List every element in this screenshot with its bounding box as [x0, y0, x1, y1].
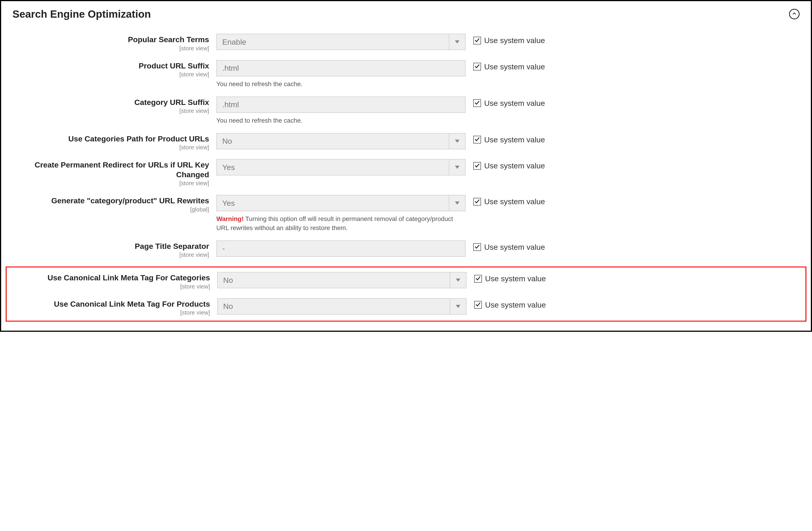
checkbox-label: Use system value	[484, 197, 545, 206]
field-checkbox-col: Use system value	[466, 133, 545, 144]
select-value: Enable	[217, 34, 449, 49]
field-control-col: No	[217, 272, 466, 288]
select-value: Yes	[217, 195, 449, 211]
product-url-suffix-input[interactable]: .html	[216, 60, 466, 76]
use-system-value-checkbox[interactable]	[473, 198, 481, 205]
category-url-suffix-input[interactable]: .html	[216, 97, 466, 113]
field-control-col: Yes	[216, 159, 466, 175]
field-checkbox-col: Use system value	[466, 298, 546, 310]
field-label: Use Categories Path for Product URLs	[68, 134, 209, 143]
field-label: Product URL Suffix	[139, 61, 209, 70]
chevron-down-icon	[449, 34, 465, 49]
field-scope: [store view]	[15, 180, 209, 187]
popular-search-terms-select[interactable]: Enable	[216, 34, 466, 50]
check-icon	[475, 38, 480, 44]
collapse-toggle[interactable]	[789, 9, 799, 19]
svg-marker-4	[456, 278, 460, 282]
field-control-col: -	[216, 241, 466, 257]
check-icon	[475, 63, 480, 70]
use-system-value-checkbox[interactable]	[473, 162, 481, 170]
warning-label: Warning!	[216, 215, 244, 222]
use-system-value-checkbox[interactable]	[473, 243, 481, 251]
field-canonical-categories: Use Canonical Link Meta Tag For Categori…	[13, 272, 799, 290]
field-scope: [store view]	[15, 45, 209, 52]
use-system-value-checkbox[interactable]	[473, 37, 481, 44]
select-value: No	[217, 133, 449, 149]
canonical-products-select[interactable]: No	[217, 298, 466, 315]
field-note: You need to refresh the cache.	[216, 80, 466, 88]
use-system-value-checkbox[interactable]	[474, 275, 482, 283]
field-scope: [store view]	[15, 144, 209, 151]
check-icon	[475, 137, 480, 143]
chevron-down-icon	[449, 195, 465, 211]
checkbox-label: Use system value	[484, 99, 545, 107]
field-product-url-suffix: Product URL Suffix [store view] .html Yo…	[13, 60, 799, 88]
field-checkbox-col: Use system value	[466, 241, 545, 252]
field-label: Generate "category/product" URL Rewrites	[51, 196, 209, 205]
select-value: Yes	[217, 160, 449, 175]
field-control-col: .html You need to refresh the cache.	[216, 60, 466, 88]
checkbox-label: Use system value	[484, 36, 545, 45]
svg-marker-1	[455, 140, 460, 143]
field-label: Popular Search Terms	[128, 35, 209, 44]
field-categories-path: Use Categories Path for Product URLs [st…	[13, 133, 799, 151]
use-system-value-checkbox[interactable]	[473, 63, 481, 71]
canonical-highlight-group: Use Canonical Link Meta Tag For Categori…	[6, 267, 806, 321]
svg-marker-2	[455, 166, 460, 169]
field-scope: [store view]	[16, 309, 210, 316]
field-scope: [store view]	[15, 251, 209, 258]
check-icon	[475, 163, 480, 169]
seo-config-panel: Search Engine Optimization Popular Searc…	[0, 0, 812, 332]
field-label-col: Create Permanent Redirect for URLs if UR…	[15, 159, 216, 187]
canonical-categories-select[interactable]: No	[217, 272, 466, 288]
chevron-down-icon	[450, 272, 466, 288]
checkbox-label: Use system value	[484, 243, 545, 252]
field-checkbox-col: Use system value	[466, 97, 545, 107]
field-permanent-redirect: Create Permanent Redirect for URLs if UR…	[13, 159, 799, 187]
select-value: No	[218, 272, 450, 288]
field-label-col: Use Categories Path for Product URLs [st…	[15, 133, 216, 151]
permanent-redirect-select[interactable]: Yes	[216, 159, 466, 175]
text-value: -	[217, 241, 465, 256]
field-scope: [store view]	[15, 71, 209, 78]
field-label-col: Use Canonical Link Meta Tag For Categori…	[16, 272, 217, 290]
field-checkbox-col: Use system value	[466, 34, 545, 45]
field-control-col: .html You need to refresh the cache.	[216, 97, 466, 125]
text-value: .html	[217, 97, 465, 112]
field-control-col: No	[216, 133, 466, 149]
field-label: Page Title Separator	[135, 242, 209, 250]
use-system-value-checkbox[interactable]	[474, 301, 482, 309]
generate-rewrites-select[interactable]: Yes	[216, 195, 466, 211]
field-checkbox-col: Use system value	[466, 60, 545, 71]
warning-text: Turning this option off will result in p…	[216, 215, 453, 231]
field-label-col: Use Canonical Link Meta Tag For Products…	[16, 298, 217, 316]
field-page-title-separator: Page Title Separator [store view] - Use …	[13, 241, 799, 259]
svg-marker-0	[455, 40, 460, 44]
field-label-col: Product URL Suffix [store view]	[15, 60, 216, 78]
chevron-down-icon	[450, 299, 466, 314]
checkbox-label: Use system value	[484, 135, 545, 144]
use-system-value-checkbox[interactable]	[473, 99, 481, 107]
section-header[interactable]: Search Engine Optimization	[13, 8, 799, 20]
field-checkbox-col: Use system value	[466, 195, 545, 206]
categories-path-select[interactable]: No	[216, 133, 466, 149]
check-icon	[475, 302, 481, 308]
field-scope: [store view]	[15, 107, 209, 114]
page-title-separator-input[interactable]: -	[216, 241, 466, 257]
use-system-value-checkbox[interactable]	[473, 136, 481, 143]
field-scope: [global]	[15, 206, 209, 213]
chevron-down-icon	[449, 160, 465, 175]
field-label: Create Permanent Redirect for URLs if UR…	[35, 160, 209, 179]
select-value: No	[218, 299, 450, 314]
svg-marker-3	[455, 201, 460, 205]
field-checkbox-col: Use system value	[466, 272, 546, 283]
checkbox-label: Use system value	[484, 161, 545, 170]
check-icon	[475, 199, 480, 205]
field-popular-search-terms: Popular Search Terms [store view] Enable…	[13, 34, 799, 52]
checkbox-label: Use system value	[485, 301, 546, 310]
check-icon	[475, 244, 480, 250]
field-category-url-suffix: Category URL Suffix [store view] .html Y…	[13, 97, 799, 125]
field-label-col: Generate "category/product" URL Rewrites…	[15, 195, 216, 213]
field-generate-rewrites: Generate "category/product" URL Rewrites…	[13, 195, 799, 232]
checkbox-label: Use system value	[484, 62, 545, 71]
